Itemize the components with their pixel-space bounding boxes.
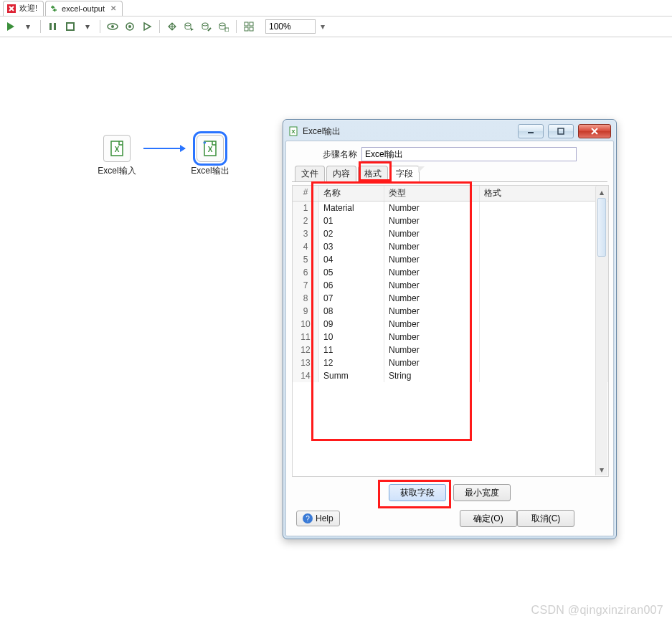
cell-format[interactable] <box>480 292 597 305</box>
zoom-control: ▾ <box>265 19 328 34</box>
svg-marker-2 <box>7 22 14 31</box>
svg-rect-15 <box>225 28 229 32</box>
gear-icon[interactable] <box>123 20 136 33</box>
cell-format[interactable] <box>480 240 597 253</box>
tab-label: excel-output <box>62 4 105 13</box>
svg-point-11 <box>185 23 191 26</box>
cell-format[interactable] <box>480 279 597 292</box>
annotation-highlight <box>378 480 451 508</box>
svg-text:X: X <box>115 146 120 153</box>
svg-rect-17 <box>250 22 253 26</box>
zoom-input[interactable] <box>265 19 316 34</box>
cell-format[interactable] <box>480 266 597 279</box>
toolbar-separator <box>100 20 100 33</box>
cell-format[interactable] <box>480 214 597 227</box>
svg-rect-3 <box>49 23 52 30</box>
toolbar-separator <box>40 20 41 33</box>
field-buttons-row: 获取字段 最小宽度 <box>292 477 607 503</box>
scroll-track[interactable] <box>596 198 607 464</box>
cell-format[interactable] <box>480 227 597 240</box>
tab-icon <box>49 4 59 14</box>
svg-rect-4 <box>54 23 56 30</box>
svg-point-7 <box>111 25 114 28</box>
ok-button[interactable]: 确定(O) <box>460 510 517 527</box>
tab-close-icon[interactable]: ✕ <box>110 4 116 12</box>
excel-output-icon: X <box>197 135 224 162</box>
annotation-highlight <box>311 181 472 441</box>
cell-format[interactable] <box>480 318 597 331</box>
cell-format[interactable] <box>480 331 597 343</box>
close-button[interactable] <box>578 124 611 138</box>
cell-format[interactable] <box>480 343 597 356</box>
svg-text:X: X <box>291 128 295 135</box>
sql-icon[interactable] <box>166 20 179 33</box>
node-excel-input[interactable]: X Excel输入 <box>92 135 142 177</box>
svg-text:X: X <box>208 146 213 153</box>
scroll-down-icon[interactable]: ▾ <box>596 464 607 475</box>
scroll-up-icon[interactable]: ▴ <box>596 186 607 198</box>
min-width-button[interactable]: 最小宽度 <box>453 484 511 501</box>
play-dropdown-icon[interactable]: ▾ <box>22 20 34 33</box>
eye-icon[interactable] <box>106 20 119 33</box>
play-icon[interactable] <box>4 20 17 33</box>
workflow-canvas[interactable]: X Excel输入 X Excel输出 X Excel输出 步骤名称 文件内容格… <box>0 37 672 621</box>
stop-icon[interactable] <box>64 20 77 33</box>
dialog-tab-字段[interactable]: 字段 <box>389 166 420 181</box>
dialog-body: 步骤名称 文件内容格式字段 # 名称 类型 格式 1MaterialNumber… <box>285 141 614 536</box>
node-label: Excel输入 <box>92 165 142 177</box>
svg-rect-16 <box>245 22 248 26</box>
svg-marker-12 <box>191 28 194 31</box>
svg-point-9 <box>128 25 131 28</box>
cell-format[interactable] <box>480 369 597 382</box>
main-tab[interactable]: excel-output✕ <box>45 1 123 16</box>
cancel-button[interactable]: 取消(C) <box>517 510 574 527</box>
excel-input-icon: X <box>103 135 131 162</box>
db-edit-icon[interactable] <box>200 20 213 33</box>
toolbar-separator <box>236 20 237 33</box>
scroll-thumb[interactable] <box>597 198 606 257</box>
pause-icon[interactable] <box>47 20 60 33</box>
cell-format[interactable] <box>480 356 597 369</box>
svg-point-14 <box>219 23 225 26</box>
grid-layout-icon[interactable] <box>242 20 255 33</box>
dialog-tab-文件[interactable]: 文件 <box>295 166 325 181</box>
play-outline-icon[interactable] <box>141 20 153 33</box>
toolbar: ▾ ▾ ▾ <box>0 16 672 37</box>
excel-output-dialog: X Excel输出 步骤名称 文件内容格式字段 # 名称 类型 格式 <box>283 119 617 539</box>
node-excel-output[interactable]: X Excel输出 <box>185 135 235 177</box>
step-name-label: 步骤名称 <box>323 148 357 161</box>
dialog-tab-内容[interactable]: 内容 <box>326 166 356 181</box>
zoom-dropdown-icon[interactable]: ▾ <box>317 19 328 34</box>
maximize-button[interactable] <box>548 124 574 138</box>
svg-rect-18 <box>245 27 248 31</box>
stop-dropdown-icon[interactable]: ▾ <box>81 20 94 33</box>
svg-rect-19 <box>250 27 253 31</box>
main-tab-bar: 欢迎!excel-output✕ <box>0 0 672 16</box>
cell-format[interactable] <box>480 305 597 318</box>
hop-arrow[interactable] <box>143 148 185 149</box>
tab-fold-icon <box>418 166 425 173</box>
svg-point-13 <box>202 23 208 26</box>
vertical-scrollbar[interactable]: ▴ ▾ <box>595 186 607 475</box>
svg-marker-10 <box>144 23 151 30</box>
main-tab[interactable]: 欢迎! <box>3 1 44 16</box>
step-name-input[interactable] <box>361 147 577 161</box>
dialog-titlebar[interactable]: X Excel输出 <box>285 122 614 141</box>
col-format[interactable]: 格式 <box>480 186 597 201</box>
minimize-button[interactable] <box>518 124 544 138</box>
help-label: Help <box>316 513 333 523</box>
help-button[interactable]: ? Help <box>296 511 340 526</box>
db-play-icon[interactable] <box>183 20 196 33</box>
dialog-title-icon: X <box>288 126 298 136</box>
help-icon: ? <box>303 513 313 523</box>
tab-label: 欢迎! <box>19 3 37 14</box>
db-grid-icon[interactable] <box>217 20 230 33</box>
dialog-tabs: 文件内容格式字段 <box>292 166 607 182</box>
cell-format[interactable] <box>480 253 597 266</box>
annotation-highlight <box>359 161 392 181</box>
tab-icon <box>6 4 16 14</box>
step-name-row: 步骤名称 <box>292 147 607 166</box>
cell-format[interactable] <box>480 202 597 214</box>
svg-rect-27 <box>558 128 564 134</box>
toolbar-separator <box>159 20 160 33</box>
